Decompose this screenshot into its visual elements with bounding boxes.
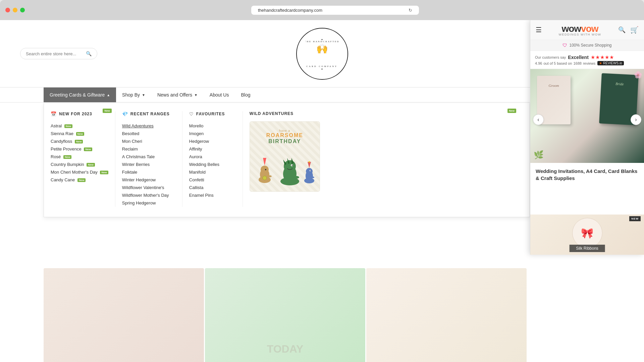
new-item-moncheri[interactable]: Mon Cheri Mother's Day New (51, 168, 108, 176)
fav-item-imogen[interactable]: Imogen (189, 130, 236, 137)
silk-ribbons-label: Silk Ribbons (569, 245, 605, 252)
diamond-icon: 💎 (122, 111, 128, 117)
new-item-candyfloss[interactable]: Candyfloss New (51, 137, 108, 145)
svg-point-9 (268, 175, 272, 177)
chevron-down-icon-shop: ▼ (142, 93, 145, 97)
dropdown-col-favourites: ♡ FAVOURITES Morello Imogen Hedgerow Aff… (182, 111, 243, 207)
fav-item-morello[interactable]: Morello (189, 122, 236, 130)
wedding-card-image: Bride Groom 🌿 🌸 (530, 69, 644, 163)
fav-item-callista[interactable]: Callista (189, 184, 236, 191)
recent-item-christmas[interactable]: A Christmas Tale (122, 153, 175, 161)
new-tag-rose: New (63, 155, 71, 159)
nav-item-greeting[interactable]: Greeting Cards & Giftware ▲ (44, 87, 116, 102)
new-item-petite[interactable]: Petite Provence New (51, 145, 108, 153)
svg-marker-19 (291, 158, 294, 164)
recent-item-wildflowerval[interactable]: Wildflower Valentine's (122, 184, 175, 191)
excellent-text: Excellent (568, 55, 588, 60)
carousel-prev-btn[interactable]: ‹ (533, 114, 544, 125)
recent-item-springhedge[interactable]: Spring Hedgerow (122, 199, 175, 207)
search-container[interactable]: 🔍 (20, 48, 97, 59)
svg-text:THE HANDCRAFTED: THE HANDCRAFTED (305, 40, 339, 43)
new-tag-country: New (87, 163, 95, 167)
col-title-favs: FAVOURITES (196, 112, 225, 116)
recent-item-moncheri[interactable]: Mon Cheri (122, 137, 175, 145)
card-thumb-3 (366, 268, 527, 362)
fav-item-aurora[interactable]: Aurora (189, 153, 236, 161)
nav-item-shop[interactable]: Shop By ▼ (116, 87, 151, 102)
fav-item-enamel[interactable]: Enamel Pins (189, 191, 236, 199)
star-rating: ★★★★★ (591, 54, 614, 60)
fav-item-confetti[interactable]: Confetti (189, 176, 236, 184)
fav-item-hedgerow[interactable]: Hedgerow (189, 137, 236, 145)
secure-banner: 🛡 100% Secure Shopping (530, 40, 644, 51)
traffic-light-red[interactable] (5, 8, 10, 12)
dropdown-menu: 📅 NEW FOR 2023 New Astral New Sienna Rae… (44, 103, 530, 217)
recent-item-winterhedge[interactable]: Winter Hedgerow (122, 176, 175, 184)
wowvow-header: ☰ wow vow WEDDINGS WITH WOW 🔍 🛒 (530, 20, 644, 40)
rating-score: 4.96 (535, 61, 542, 65)
card-thumb-2: TODAY (205, 268, 365, 362)
wowvow-header-actions: 🔍 🛒 (618, 26, 639, 34)
svg-point-4 (322, 39, 323, 40)
slide-1-content: Wedding Invitations, A4 Card, Card Blank… (530, 163, 644, 186)
search-input[interactable] (26, 51, 86, 56)
col-title-recent: RECENT RANGES (130, 112, 170, 116)
reviews-io-star: ★ (599, 61, 602, 65)
svg-text:🙌: 🙌 (316, 43, 328, 54)
new-tag-astral: New (64, 124, 72, 128)
wowvow-menu-icon[interactable]: ☰ (536, 26, 542, 34)
address-bar[interactable]: thehandcraftedcardcompany.com ↻ (251, 6, 419, 15)
secure-text: 100% Secure Shopping (569, 43, 611, 48)
recent-item-wildflowermum[interactable]: Wildflower Mother's Day (122, 191, 175, 199)
new-tag-candy: New (77, 178, 86, 182)
new-item-rose[interactable]: Rosé New (51, 153, 108, 161)
col-header-favs: ♡ FAVOURITES (189, 111, 236, 117)
svg-point-24 (306, 168, 313, 175)
logo-circle: 🙌 THE HANDCRAFTED CARD COMPANY (296, 28, 348, 80)
nav-item-news[interactable]: News and Offers ▼ (151, 87, 204, 102)
fav-item-affinity[interactable]: Affinity (189, 145, 236, 153)
new-item-candy[interactable]: Candy Cane New (51, 176, 108, 184)
svg-point-15 (284, 160, 296, 172)
reviews-section: Our customers say Excellent ★★★★★ 4.96 o… (530, 51, 644, 69)
carousel-next-btn[interactable]: › (631, 114, 641, 125)
col-title-new: NEW FOR 2023 (59, 112, 92, 116)
wowvow-logo-group: wow vow WEDDINGS WITH WOW (559, 23, 601, 36)
site-logo[interactable]: 🙌 THE HANDCRAFTED CARD COMPANY (296, 28, 348, 80)
traffic-light-yellow[interactable] (13, 8, 17, 12)
recent-item-winter[interactable]: Winter Berries (122, 161, 175, 168)
nav-label-greeting: Greeting Cards & Giftware (50, 92, 105, 98)
rating-suffix: out of 5 based on (543, 61, 572, 65)
new-tag-candyfloss: New (75, 140, 83, 143)
search-icon-wowvow[interactable]: 🔍 (618, 26, 626, 34)
new-item-astral[interactable]: Astral New (51, 122, 108, 130)
nav-label-about: About Us (210, 92, 229, 98)
slide-1-title: Wedding Invitations, A4 Card, Card Blank… (536, 168, 639, 182)
nav-label-blog: Blog (241, 92, 250, 98)
svg-point-11 (265, 169, 266, 170)
search-icon[interactable]: 🔍 (86, 51, 92, 56)
fav-item-wedding[interactable]: Wedding Belles (189, 161, 236, 168)
cart-icon-wowvow[interactable]: 🛒 (630, 26, 639, 34)
reviews-suffix: reviews (583, 61, 595, 65)
carousel-container: Bride Groom 🌿 🌸 Wedding Invitations, A4 … (530, 69, 644, 255)
nav-item-about[interactable]: About Us (204, 87, 235, 102)
recent-item-besotted[interactable]: Besotted (122, 130, 175, 137)
browser-chrome: thehandcraftedcardcompany.com ↻ (0, 0, 644, 20)
card-thumb-1 (44, 268, 204, 362)
nav-item-blog[interactable]: Blog (235, 87, 256, 102)
fav-item-manifold[interactable]: Manifold (189, 168, 236, 176)
reload-icon[interactable]: ↻ (409, 8, 412, 13)
svg-point-12 (263, 176, 267, 180)
recent-item-folktale[interactable]: Folktale (122, 168, 175, 176)
svg-point-5 (322, 69, 323, 70)
traffic-light-green[interactable] (20, 8, 25, 12)
wild-adventures-image[interactable]: have a ROARSOME BIRTHDAY (250, 121, 320, 192)
new-item-sienna[interactable]: Sienna Rae New (51, 130, 108, 137)
recent-item-wild[interactable]: Wild Adventures (122, 122, 175, 130)
chevron-down-icon: ▲ (107, 93, 110, 97)
new-item-country[interactable]: Country Bumpkin New (51, 161, 108, 168)
dropdown-col-new: 📅 NEW FOR 2023 New Astral New Sienna Rae… (51, 111, 115, 207)
col-header-recent: 💎 RECENT RANGES (122, 111, 175, 117)
recent-item-reclaim[interactable]: Reclaim (122, 145, 175, 153)
